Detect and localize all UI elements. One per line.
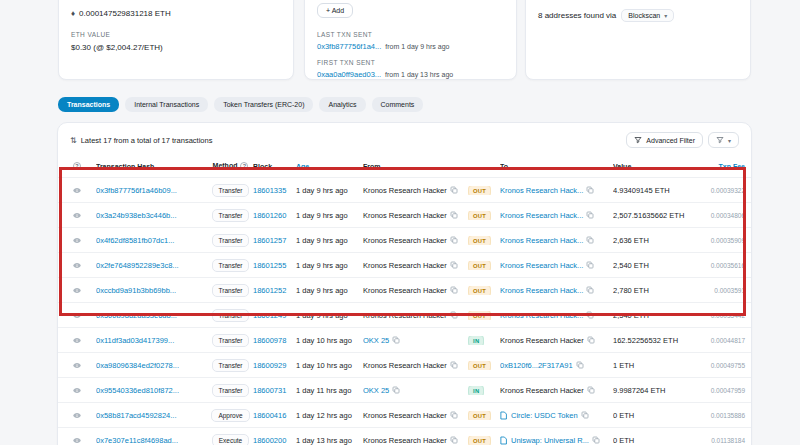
copy-icon[interactable]: [586, 286, 594, 294]
block-link[interactable]: 18601255: [253, 261, 286, 270]
to-address[interactable]: Kronos Research Hack...: [500, 261, 583, 270]
copy-address-button[interactable]: [450, 286, 458, 294]
eye-icon[interactable]: [72, 186, 82, 195]
block-link[interactable]: 18601252: [253, 286, 286, 295]
copy-address-button[interactable]: [450, 236, 458, 244]
txn-hash-link[interactable]: 0x3a24b938eb3c446b...: [96, 211, 177, 220]
copy-address-button[interactable]: [450, 436, 458, 444]
to-address[interactable]: Kronos Research Hack...: [500, 311, 583, 320]
txn-hash-link[interactable]: 0x500b9882da53e6d8...: [96, 311, 177, 320]
block-link[interactable]: 18601335: [253, 186, 286, 195]
block-link[interactable]: 18600929: [253, 361, 286, 370]
tab-internal-transactions[interactable]: Internal Transactions: [125, 97, 208, 112]
copy-address-button[interactable]: [392, 386, 400, 394]
preview-txn-button[interactable]: [72, 336, 82, 345]
copy-icon[interactable]: [586, 311, 594, 319]
txn-hash-link[interactable]: 0x58b817acd4592824...: [96, 411, 177, 420]
preview-txn-button[interactable]: [72, 436, 82, 445]
tab-comments[interactable]: Comments: [372, 97, 424, 112]
copy-address-button[interactable]: [450, 361, 458, 369]
add-name-tag-button[interactable]: + Add: [317, 3, 353, 18]
copy-icon[interactable]: [450, 411, 458, 419]
copy-address-button[interactable]: [587, 336, 595, 344]
tab-token-transfers-erc-20-[interactable]: Token Transfers (ERC-20): [214, 97, 313, 112]
preview-txn-button[interactable]: [72, 186, 82, 195]
copy-icon[interactable]: [392, 386, 400, 394]
preview-txn-button[interactable]: [72, 411, 82, 420]
eye-icon[interactable]: [72, 286, 82, 295]
block-link[interactable]: 18601249: [253, 311, 286, 320]
copy-icon[interactable]: [450, 186, 458, 194]
eye-icon[interactable]: [72, 261, 82, 270]
eye-icon[interactable]: [72, 411, 82, 420]
block-link[interactable]: 18600978: [253, 336, 286, 345]
txn-hash-link[interactable]: 0x4f62df8581fb07dc1...: [96, 236, 174, 245]
preview-txn-button[interactable]: [72, 211, 82, 220]
copy-icon[interactable]: [581, 411, 589, 419]
eye-icon[interactable]: [72, 336, 82, 345]
copy-address-button[interactable]: [587, 386, 595, 394]
tab-analytics[interactable]: Analytics: [319, 97, 365, 112]
txn-hash-link[interactable]: 0x2fe7648952289e3c8...: [96, 261, 179, 270]
eye-icon[interactable]: [72, 386, 82, 395]
sort-icon[interactable]: ⇅: [70, 136, 77, 145]
copy-icon[interactable]: [586, 186, 594, 194]
copy-icon[interactable]: [586, 261, 594, 269]
to-address[interactable]: Circle: USDC Token: [511, 411, 578, 420]
txn-hash-link[interactable]: 0x3fb877756f1a46b09...: [96, 186, 177, 195]
tab-transactions[interactable]: Transactions: [58, 97, 119, 112]
eye-icon[interactable]: [72, 361, 82, 370]
txn-hash-link[interactable]: 0xa98096384ed2f0278...: [96, 361, 179, 370]
block-link[interactable]: 18601257: [253, 236, 286, 245]
copy-icon[interactable]: [450, 236, 458, 244]
to-address[interactable]: Kronos Research Hack...: [500, 186, 583, 195]
to-address[interactable]: Kronos Research Hack...: [500, 211, 583, 220]
txn-hash-link[interactable]: 0x11df3ad03d417399...: [96, 336, 174, 345]
eye-icon[interactable]: [72, 311, 82, 320]
preview-txn-button[interactable]: [72, 386, 82, 395]
to-address[interactable]: 0xB120f6...2F317A91: [500, 361, 573, 370]
from-address[interactable]: OKX 25: [363, 336, 389, 345]
copy-address-button[interactable]: [586, 286, 594, 294]
to-address[interactable]: Uniswap: Universal R...: [511, 436, 589, 445]
header-txn-fee-toggle[interactable]: Txn Fee: [698, 163, 753, 170]
copy-icon[interactable]: [450, 261, 458, 269]
copy-address-button[interactable]: [586, 311, 594, 319]
preview-txn-button[interactable]: [72, 261, 82, 270]
blockscan-dropdown[interactable]: Blockscan ▾: [621, 9, 674, 22]
copy-address-button[interactable]: [576, 361, 584, 369]
filter-dropdown-button[interactable]: ▾: [708, 132, 739, 148]
copy-icon[interactable]: [587, 336, 595, 344]
eye-icon[interactable]: [72, 211, 82, 220]
copy-address-button[interactable]: [450, 261, 458, 269]
copy-address-button[interactable]: [450, 186, 458, 194]
copy-icon[interactable]: [450, 211, 458, 219]
block-link[interactable]: 18601260: [253, 211, 286, 220]
txn-hash-link[interactable]: 0xccbd9a91b3bb69bb...: [96, 286, 176, 295]
to-address[interactable]: Kronos Research Hack...: [500, 236, 583, 245]
copy-icon[interactable]: [592, 436, 600, 444]
eye-icon[interactable]: [72, 236, 82, 245]
help-icon[interactable]: ?: [240, 162, 248, 170]
copy-address-button[interactable]: [450, 311, 458, 319]
copy-icon[interactable]: [450, 361, 458, 369]
copy-address-button[interactable]: [450, 411, 458, 419]
copy-icon[interactable]: [450, 286, 458, 294]
copy-icon[interactable]: [586, 211, 594, 219]
preview-txn-button[interactable]: [72, 236, 82, 245]
advanced-filter-button[interactable]: Advanced Filter: [626, 132, 703, 148]
copy-icon[interactable]: [392, 336, 400, 344]
copy-address-button[interactable]: [592, 436, 600, 444]
preview-txn-button[interactable]: [72, 286, 82, 295]
copy-icon[interactable]: [450, 436, 458, 444]
copy-icon[interactable]: [576, 361, 584, 369]
block-link[interactable]: 18600731: [253, 386, 286, 395]
txn-hash-link[interactable]: 0x7e307e11c8f4698ad...: [96, 436, 178, 445]
eye-icon[interactable]: [72, 436, 82, 445]
copy-icon[interactable]: [586, 236, 594, 244]
copy-address-button[interactable]: [586, 211, 594, 219]
copy-address-button[interactable]: [392, 336, 400, 344]
copy-address-button[interactable]: [586, 186, 594, 194]
copy-icon[interactable]: [450, 311, 458, 319]
last-txn-hash-link[interactable]: 0x3fb877756f1a4...: [317, 42, 381, 51]
